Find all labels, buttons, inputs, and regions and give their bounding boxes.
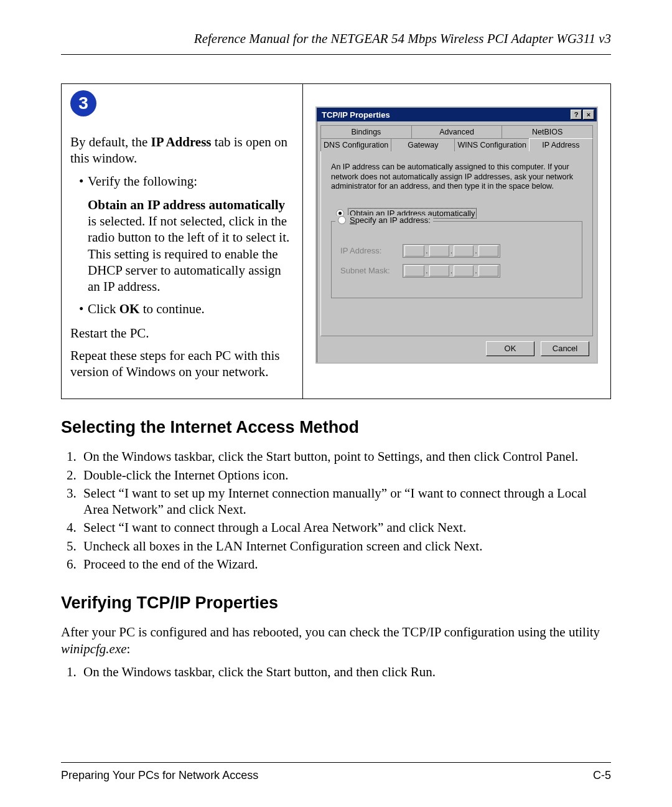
list-item: Uncheck all boxes in the LAN Internet Co…: [80, 538, 611, 554]
radio-specify-ip[interactable]: Specify an IP address:: [335, 215, 433, 225]
bullet-list-2: Click OK to continue.: [70, 301, 294, 317]
verifying-paragraph: After your PC is configured and has rebo…: [61, 624, 611, 658]
tab-panel-ip-address: An IP address can be automatically assig…: [320, 151, 593, 336]
tab-bindings[interactable]: Bindings: [320, 125, 412, 138]
verify-ital: winipcfg.exe: [61, 641, 127, 656]
figure-right-column: TCP/IP Properties ? × Bindings Advanced …: [303, 84, 610, 399]
list-item: Double-click the Internet Options icon.: [80, 467, 611, 483]
tcpip-properties-dialog: TCP/IP Properties ? × Bindings Advanced …: [315, 106, 598, 364]
obtain-paragraph: Obtain an IP address automatically is se…: [70, 197, 294, 295]
internet-access-steps: On the Windows taskbar, click the Start …: [61, 448, 611, 572]
list-item: On the Windows taskbar, click the Start …: [80, 664, 611, 680]
close-button[interactable]: ×: [583, 110, 594, 120]
footer-page-number: C-5: [593, 769, 611, 782]
radio-specify-label: Specify an IP address:: [350, 215, 431, 225]
tab-advanced[interactable]: Advanced: [411, 125, 503, 138]
ip-address-label: IP Address:: [340, 246, 403, 255]
dialog-title: TCP/IP Properties: [322, 110, 569, 120]
intro-bold: IP Address: [151, 134, 211, 149]
tab-gateway[interactable]: Gateway: [391, 138, 455, 151]
list-item: Proceed to the end of the Wizard.: [80, 556, 611, 572]
specify-ip-fieldset: Specify an IP address: IP Address: ... S…: [331, 221, 582, 298]
obtain-rest: is selected. If not selected, click in t…: [88, 214, 289, 294]
bullet-click-ok: Click OK to continue.: [79, 301, 294, 317]
bullet-list-1: Verify the following:: [70, 173, 294, 189]
intro-a: By default, the: [70, 134, 151, 149]
ok-bold: OK: [119, 301, 140, 316]
figure-instructions: By default, the IP Address tab is open o…: [70, 134, 294, 380]
tab-dns-configuration[interactable]: DNS Configuration: [320, 138, 391, 151]
page-header-title: Reference Manual for the NETGEAR 54 Mbps…: [61, 31, 611, 47]
dialog-titlebar[interactable]: TCP/IP Properties ? ×: [317, 108, 597, 121]
page-footer: Preparing Your PCs for Network Access C-…: [61, 762, 611, 782]
step-figure-box: 3 By default, the IP Address tab is open…: [61, 83, 611, 399]
ip-address-row: IP Address: ...: [340, 244, 573, 258]
tab-wins-configuration[interactable]: WINS Configuration: [454, 138, 529, 151]
header-rule: [61, 54, 611, 55]
tab-ip-address[interactable]: IP Address: [529, 138, 593, 151]
ok-button[interactable]: OK: [486, 341, 534, 356]
intro-paragraph: By default, the IP Address tab is open o…: [70, 134, 294, 167]
figure-left-column: 3 By default, the IP Address tab is open…: [62, 84, 303, 399]
section-heading-internet-access: Selecting the Internet Access Method: [61, 418, 611, 437]
dialog-body: Bindings Advanced NetBIOS DNS Configurat…: [317, 121, 597, 362]
footer-rule: [61, 762, 611, 763]
ok-b: to continue.: [139, 301, 204, 316]
footer-section-name: Preparing Your PCs for Network Access: [61, 769, 258, 782]
repeat-paragraph: Repeat these steps for each PC with this…: [70, 347, 294, 380]
list-item: Select “I want to set up my Internet con…: [80, 485, 611, 518]
tab-netbios[interactable]: NetBIOS: [502, 125, 593, 138]
bullet-verify: Verify the following:: [79, 173, 294, 189]
list-item: Select “I want to connect through a Loca…: [80, 519, 611, 536]
dialog-button-row: OK Cancel: [320, 336, 593, 357]
verify-b: :: [127, 641, 131, 656]
section-heading-verifying-tcpip: Verifying TCP/IP Properties: [61, 593, 611, 613]
help-button[interactable]: ?: [571, 110, 582, 120]
list-item: On the Windows taskbar, click the Start …: [80, 448, 611, 465]
subnet-mask-label: Subnet Mask:: [340, 266, 403, 275]
obtain-bold: Obtain an IP address automatically: [88, 197, 285, 212]
verifying-steps: On the Windows taskbar, click the Start …: [61, 664, 611, 680]
subnet-mask-row: Subnet Mask: ...: [340, 264, 573, 278]
subnet-mask-input[interactable]: ...: [403, 264, 500, 278]
radio-icon: [338, 216, 346, 224]
verify-a: After your PC is configured and has rebo…: [61, 625, 600, 639]
restart-paragraph: Restart the PC.: [70, 325, 294, 341]
ip-address-input[interactable]: ...: [403, 244, 500, 258]
panel-info-text: An IP address can be automatically assig…: [331, 163, 582, 192]
tabs-row-2: DNS Configuration Gateway WINS Configura…: [320, 138, 593, 151]
cancel-button[interactable]: Cancel: [541, 341, 589, 356]
ok-a: Click: [88, 301, 119, 316]
step-number-badge: 3: [70, 90, 96, 116]
tabs-row-1: Bindings Advanced NetBIOS: [320, 125, 593, 138]
